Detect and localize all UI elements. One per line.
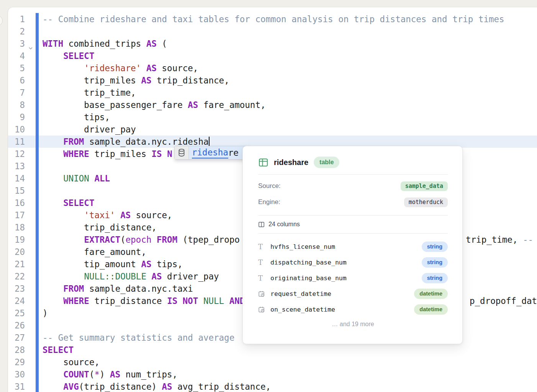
code-line[interactable]: 28SELECT (8, 344, 537, 356)
line-number: 15 (8, 185, 25, 197)
code-line-text: trip_time, (43, 87, 136, 99)
line-number: 7 (8, 87, 25, 99)
columns-count-row: 24 columns (258, 216, 448, 233)
line-number: 2 (8, 25, 25, 38)
code-line-text: fare_amount, (43, 246, 146, 258)
column-name: request_datetime (270, 290, 414, 297)
code-line[interactable]: 31 AVG(trip_distance) AS avg_trip_distan… (8, 381, 537, 392)
text-type-icon: T (258, 274, 270, 282)
column-name: originating_base_num (270, 274, 422, 282)
tooltip-header: rideshare table (258, 146, 448, 169)
line-number: 1 (8, 13, 25, 25)
text-type-icon: T (258, 243, 270, 251)
suggestion-rest-text: re (228, 148, 239, 158)
line-number: 27 (8, 332, 25, 344)
line-number: 14 (8, 172, 25, 185)
code-line[interactable]: 4 SELECT (8, 50, 537, 62)
line-number: 28 (8, 344, 25, 356)
sql-editor-screen: { "page": { "background": "#f1efea" }, "… (0, 0, 537, 392)
code-line-text: -- Get summary statistics and average (43, 332, 234, 344)
autocomplete-popup[interactable]: rideshare (174, 146, 250, 160)
line-number: 21 (8, 258, 25, 270)
code-line-text: trip_miles AS trip_distance, (43, 74, 229, 87)
code-line-text: FROM sample_data.nyc.taxi (43, 283, 193, 295)
source-row: Source: sample_data (258, 178, 448, 194)
code-line[interactable]: 3WITH combined_trips AS ( (8, 38, 537, 50)
line-number: 8 (8, 99, 25, 111)
database-icon (175, 146, 189, 159)
code-line[interactable]: 30 COUNT(*) AS num_trips, (8, 368, 537, 381)
line-number: 24 (8, 295, 25, 307)
columns-icon (258, 221, 265, 228)
table-info-tooltip: rideshare table Source: sample_data Engi… (242, 146, 463, 344)
engine-label: Engine: (258, 198, 280, 206)
line-number: 12 (8, 148, 25, 160)
code-line-text: ) (43, 307, 48, 319)
column-row: on_scene_datetime datetime (258, 302, 448, 317)
code-line[interactable]: 1-- Combine rideshare and taxi tables fo… (8, 13, 537, 25)
code-line-text: 'taxi' AS source, (43, 209, 172, 221)
code-line-text: EXTRACT(epoch FROM (tpep_dropo (43, 234, 240, 246)
columns-list: T hvfhs_license_num string T dispatching… (258, 234, 448, 317)
line-number: 3 (8, 38, 25, 50)
line-number: 19 (8, 234, 25, 246)
column-type-badge: string (422, 242, 448, 252)
code-line-text: tips, (43, 111, 110, 123)
line-number: 29 (8, 356, 25, 368)
column-row: T dispatching_base_num string (258, 255, 448, 270)
line-number: 17 (8, 209, 25, 221)
table-icon (258, 157, 268, 168)
code-line-text: driver_pay (43, 123, 136, 136)
column-row: T originating_base_num string (258, 270, 448, 286)
code-line-text: SELECT (43, 50, 94, 62)
column-type-badge: datetime (414, 289, 448, 299)
fold-chevron-icon[interactable] (28, 41, 34, 46)
code-line-text: tip_amount AS tips, (43, 258, 183, 270)
gutter-change-bar (36, 13, 39, 392)
column-type-badge: datetime (414, 304, 448, 315)
line-number: 10 (8, 123, 25, 136)
column-type-badge: string (422, 273, 448, 283)
code-line[interactable]: 8 base_passenger_fare AS fare_amount, (8, 99, 537, 111)
code-line[interactable]: 2 (8, 25, 537, 38)
code-line[interactable]: 6 trip_miles AS trip_distance, (8, 74, 537, 87)
line-number: 16 (8, 197, 25, 209)
code-line-text: SELECT (43, 197, 94, 209)
code-line-text: WHERE trip_miles IS N (43, 148, 172, 160)
line-number: 26 (8, 319, 25, 332)
calendar-clock-icon (258, 306, 270, 313)
column-name: dispatching_base_num (270, 259, 422, 266)
suggestion-rideshare[interactable]: rideshare (189, 146, 249, 159)
code-line-text: WHERE trip_distance IS NOT NULL AND (43, 295, 245, 307)
divider (258, 174, 448, 175)
code-line[interactable]: 5 'rideshare' AS source, (8, 62, 537, 74)
column-row: request_datetime datetime (258, 286, 448, 302)
line-number: 23 (8, 283, 25, 295)
source-label: Source: (258, 182, 281, 190)
code-line[interactable]: 9 tips, (8, 111, 537, 123)
engine-value-badge: motherduck (404, 198, 448, 207)
code-line-text: source, (43, 356, 100, 368)
line-number: 30 (8, 368, 25, 381)
code-line-text: AVG(trip_distance) AS avg_trip_distance, (43, 381, 271, 392)
code-line[interactable]: 29 source, (8, 356, 537, 368)
column-type-badge: string (422, 257, 448, 268)
column-row: T hvfhs_license_num string (258, 239, 448, 255)
code-line-fragment: p_dropoff_datet (470, 295, 537, 307)
column-name: on_scene_datetime (270, 306, 414, 313)
line-number: 18 (8, 221, 25, 234)
calendar-clock-icon (258, 291, 270, 297)
code-line-text: trip_distance, (43, 221, 157, 234)
code-line-text: NULL::DOUBLE AS driver_pay (43, 270, 219, 283)
panel-collapse-knob[interactable] (0, 15, 3, 26)
line-number: 4 (8, 50, 25, 62)
table-name: rideshare (274, 158, 308, 167)
code-line[interactable]: 7 trip_time, (8, 87, 537, 99)
code-line-text: -- Combine rideshare and taxi tables for… (43, 13, 504, 25)
line-number: 13 (8, 160, 25, 172)
code-line-text: COUNT(*) AS num_trips, (43, 368, 177, 381)
code-line-text: base_passenger_fare AS fare_amount, (43, 99, 266, 111)
code-line[interactable]: 10 driver_pay (8, 123, 537, 136)
code-line-text: 'rideshare' AS source, (43, 62, 198, 74)
line-number: 31 (8, 381, 25, 392)
